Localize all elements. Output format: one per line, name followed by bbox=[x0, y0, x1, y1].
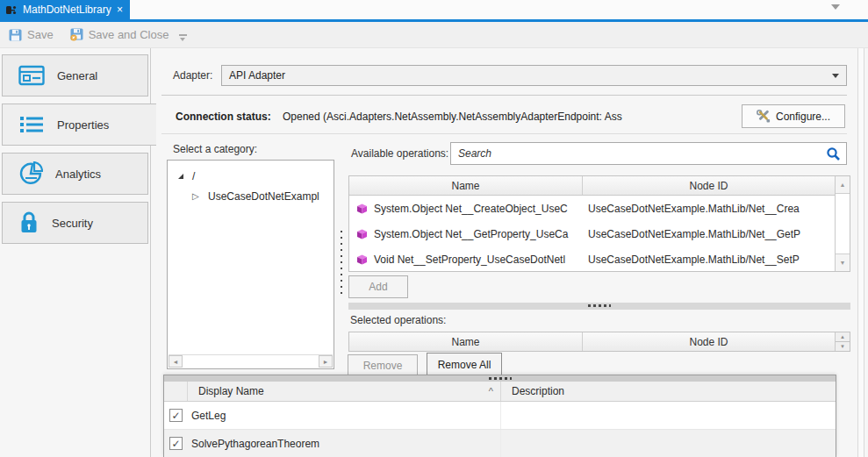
column-header-node-id[interactable]: Node ID bbox=[583, 332, 835, 351]
selected-operations-label: Selected operations: bbox=[350, 314, 446, 326]
tree-expanded-icon[interactable] bbox=[176, 172, 185, 181]
remove-all-button[interactable]: Remove All bbox=[427, 353, 502, 377]
horizontal-splitter[interactable] bbox=[348, 303, 850, 310]
scroll-down-icon[interactable]: ▼ bbox=[836, 342, 850, 351]
sidebar-item-general[interactable]: General bbox=[2, 54, 148, 96]
save-label: Save bbox=[27, 28, 54, 41]
adapter-configuration-window: MathDotNetLibrary × Save Save and Close … bbox=[0, 0, 868, 457]
toolbar: Save Save and Close bbox=[0, 22, 868, 48]
method-icon bbox=[356, 254, 368, 265]
save-and-close-icon bbox=[69, 28, 83, 41]
operations-search bbox=[450, 142, 847, 165]
lock-icon bbox=[18, 211, 39, 235]
display-name-cell: SolvePythagoreanTheorem bbox=[188, 430, 501, 457]
add-button[interactable]: Add bbox=[348, 275, 408, 298]
tree-item-root[interactable]: / bbox=[168, 166, 334, 186]
sidebar-item-analytics[interactable]: Analytics bbox=[2, 153, 148, 195]
tools-icon bbox=[757, 110, 771, 124]
tree-item-label: UseCaseDotNetExampl bbox=[208, 190, 319, 203]
operation-row[interactable]: Void Net__SetProperty_UseCaseDotNetl Use… bbox=[349, 246, 835, 272]
table-header: Name Node ID bbox=[349, 176, 835, 196]
category-tree: / ▷ UseCaseDotNetExampl ◄ ► bbox=[167, 160, 334, 369]
tree-horizontal-scrollbar[interactable]: ◄ ► bbox=[169, 354, 333, 368]
tab-list-dropdown-icon[interactable] bbox=[831, 4, 840, 10]
operation-node-id: UseCaseDotNetExample.MathLib/Net__SetP bbox=[577, 253, 835, 266]
configure-label: Configure... bbox=[776, 111, 830, 123]
column-header-name[interactable]: Name bbox=[349, 332, 583, 351]
connection-status-value: Opened (Asci.Adapters.NetAssembly.NetAss… bbox=[283, 111, 622, 123]
search-input[interactable] bbox=[458, 147, 826, 160]
tree-item-usecasedotnetexample[interactable]: ▷ UseCaseDotNetExampl bbox=[168, 186, 334, 206]
scroll-right-icon[interactable]: ► bbox=[319, 355, 333, 368]
adapter-label: Adapter: bbox=[173, 69, 212, 82]
grid-row-getleg[interactable]: ✓ GetLeg bbox=[164, 402, 836, 430]
operation-row[interactable]: System.Object Net__CreateObject_UseC Use… bbox=[349, 196, 835, 221]
selected-scrollbar[interactable]: ▲ ▼ bbox=[835, 332, 850, 351]
save-and-close-label: Save and Close bbox=[89, 28, 169, 41]
column-header-node-id[interactable]: Node ID bbox=[583, 176, 835, 195]
operation-name: System.Object Net__CreateObject_UseC bbox=[374, 203, 568, 215]
toolbar-overflow-icon[interactable] bbox=[179, 34, 187, 43]
method-icon bbox=[356, 229, 368, 239]
column-header-display-name[interactable]: Display Name ^ bbox=[188, 382, 501, 401]
form-icon bbox=[18, 65, 45, 86]
operation-node-id: UseCaseDotNetExample.MathLib/Net__GetP bbox=[577, 228, 835, 240]
check-icon: ✓ bbox=[171, 410, 180, 422]
save-button[interactable]: Save bbox=[9, 28, 54, 41]
scroll-up-icon[interactable]: ▲ bbox=[836, 176, 850, 194]
operation-name: Void Net__SetProperty_UseCaseDotNetl bbox=[374, 253, 565, 266]
configure-button[interactable]: Configure... bbox=[742, 104, 845, 128]
check-icon: ✓ bbox=[171, 438, 180, 450]
scroll-up-icon[interactable]: ▲ bbox=[836, 332, 850, 342]
save-icon bbox=[9, 29, 22, 41]
sidebar-item-properties[interactable]: Properties bbox=[2, 104, 156, 146]
connection-status-label: Connection status: bbox=[176, 111, 271, 123]
scroll-left-icon[interactable]: ◄ bbox=[169, 355, 183, 368]
sidebar-item-label: Security bbox=[52, 217, 93, 230]
document-tab-mathdotnetlibrary[interactable]: MathDotNetLibrary × bbox=[0, 0, 130, 19]
grid-header: Display Name ^ Description bbox=[164, 382, 836, 402]
adapter-dropdown[interactable]: API Adapter bbox=[221, 65, 847, 86]
selected-operations-table-header: Name Node ID ▲ ▼ bbox=[348, 332, 850, 352]
tree-item-label: / bbox=[192, 170, 195, 182]
operation-details-panel: Display Name ^ Description ✓ GetLeg ✓ So… bbox=[163, 375, 836, 457]
sidebar-item-label: Properties bbox=[57, 118, 109, 132]
operation-row[interactable]: System.Object Net__GetProperty_UseCa Use… bbox=[349, 221, 835, 246]
sidebar-item-security[interactable]: Security bbox=[2, 202, 148, 244]
list-icon bbox=[18, 114, 45, 135]
document-tab-strip: MathDotNetLibrary × bbox=[0, 0, 868, 19]
sidebar-item-label: Analytics bbox=[55, 168, 101, 181]
display-name-cell: GetLeg bbox=[188, 402, 501, 429]
scroll-down-icon[interactable]: ▼ bbox=[836, 253, 850, 271]
assembly-icon bbox=[5, 4, 18, 16]
adapter-dropdown-value: API Adapter bbox=[229, 69, 832, 82]
tab-title: MathDotNetLibrary bbox=[23, 4, 111, 16]
operations-vertical-scrollbar[interactable]: ▲ ▼ bbox=[835, 176, 850, 271]
tab-close-icon[interactable]: × bbox=[117, 4, 123, 15]
panel-splitter[interactable] bbox=[164, 375, 836, 382]
scrollbar-track[interactable] bbox=[183, 355, 319, 368]
operation-name: System.Object Net__GetProperty_UseCa bbox=[374, 228, 568, 240]
column-header-description[interactable]: Description bbox=[501, 382, 836, 401]
sidebar-item-label: General bbox=[57, 69, 97, 82]
select-category-label: Select a category: bbox=[173, 143, 257, 155]
search-icon[interactable] bbox=[826, 146, 841, 161]
vertical-splitter[interactable] bbox=[338, 161, 345, 369]
save-and-close-button[interactable]: Save and Close bbox=[69, 28, 169, 41]
checkbox-column-header bbox=[164, 382, 188, 401]
separator bbox=[161, 95, 847, 96]
row-checkbox[interactable]: ✓ bbox=[169, 409, 183, 422]
tree-collapsed-icon[interactable]: ▷ bbox=[192, 191, 201, 201]
chevron-down-icon bbox=[832, 74, 839, 78]
available-operations-label: Available operations: bbox=[351, 147, 448, 160]
pie-chart-icon bbox=[18, 161, 43, 186]
grid-row-solvepythagoreantheorem[interactable]: ✓ SolvePythagoreanTheorem bbox=[164, 430, 836, 457]
separator bbox=[161, 133, 847, 134]
available-operations-table: Name Node ID System.Object Net__CreateOb… bbox=[348, 175, 850, 272]
method-icon bbox=[356, 204, 368, 214]
operation-node-id: UseCaseDotNetExample.MathLib/Net__Crea bbox=[577, 203, 835, 215]
row-checkbox[interactable]: ✓ bbox=[169, 437, 183, 450]
page-scrollbar[interactable] bbox=[857, 48, 864, 457]
sort-ascending-icon: ^ bbox=[489, 386, 493, 396]
column-header-name[interactable]: Name bbox=[349, 176, 583, 195]
